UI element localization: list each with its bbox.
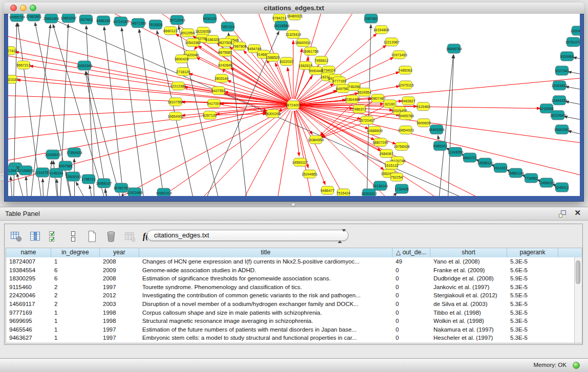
graph-node[interactable]: 12142757 (34, 168, 50, 177)
graph-node[interactable]: 9245012 (555, 183, 569, 192)
graph-node[interactable]: 9385243 (433, 141, 447, 150)
graph-node[interactable]: 20206576 (45, 150, 60, 159)
graph-edge[interactable] (564, 116, 580, 124)
graph-node[interactable]: 8322037 (279, 57, 293, 65)
column-header[interactable]: in_degree (51, 248, 100, 257)
graph-node[interactable]: 15751074 (565, 37, 580, 47)
delete-column-icon[interactable] (104, 229, 118, 244)
close-panel-icon[interactable]: ✕ (574, 208, 581, 217)
graph-node[interactable]: 1615132 (384, 161, 398, 169)
graph-node[interactable]: 2684067 (379, 149, 393, 158)
table-row[interactable]: 911546021997Tourette syndrome. Phenomeno… (6, 283, 574, 292)
table-row[interactable]: 1872400712008Changes of HCN gene express… (6, 257, 574, 266)
graph-node[interactable]: 10543362 (185, 38, 201, 47)
graph-node[interactable]: 10973493 (391, 51, 407, 59)
graph-node[interactable]: 19384554 (308, 136, 323, 144)
graph-node[interactable]: 8663721 (463, 153, 476, 162)
graph-node[interactable]: 18300295 (265, 110, 280, 118)
column-header[interactable]: short (430, 248, 507, 257)
graph-node[interactable]: 15244851 (301, 170, 317, 178)
graph-edge[interactable] (565, 86, 580, 93)
graph-node[interactable]: 16882134 (508, 168, 524, 178)
table-row[interactable]: 946362711997Embryonic stem cells: a mode… (6, 334, 574, 342)
graph-node[interactable]: 13204550 (570, 26, 580, 35)
graph-node[interactable]: 6466160 (96, 16, 110, 25)
column-header[interactable]: title (139, 248, 393, 257)
graph-edge[interactable] (568, 131, 580, 139)
graph-node[interactable]: 11325419 (286, 30, 301, 38)
network-canvas[interactable]: 1872400786601238912954182260589827509105… (8, 14, 580, 196)
graph-node[interactable]: 12923468 (126, 188, 142, 196)
graph-node[interactable]: 12444154 (551, 96, 567, 105)
table-row[interactable]: 1938455462009Genome-wide association stu… (6, 266, 574, 275)
graph-node[interactable]: 12456033 (538, 178, 554, 187)
graph-node[interactable]: 12975115 (398, 81, 414, 89)
table-row[interactable]: 1456911722003Disruption of a novel membe… (6, 300, 574, 309)
graph-node[interactable]: 1588520 (266, 53, 279, 61)
graph-node[interactable]: 19495768 (398, 112, 413, 120)
table-scrollbar-thumb[interactable] (576, 260, 580, 284)
panel-resize-handle[interactable] (291, 203, 296, 207)
graph-edge[interactable] (366, 25, 371, 196)
graph-node[interactable]: 8267130 (203, 111, 216, 119)
column-header[interactable]: △ out_de... (393, 248, 430, 257)
graph-edge[interactable] (223, 71, 224, 73)
graph-node[interactable]: 10688609 (366, 126, 382, 135)
graph-node[interactable]: 12213383 (170, 82, 186, 90)
graph-node[interactable]: 2803144 (214, 74, 228, 82)
graph-edge[interactable] (182, 110, 289, 196)
window-titlebar[interactable]: citations_edges.txt (4, 3, 584, 14)
graph-node[interactable]: 9875685 (218, 48, 232, 56)
graph-edge[interactable] (90, 185, 95, 196)
graph-edge[interactable] (438, 136, 439, 140)
graph-node[interactable]: 16403354 (428, 125, 444, 134)
graph-node[interactable]: 16958107 (96, 179, 112, 188)
graph-node[interactable]: 7515424 (336, 189, 350, 196)
graph-node[interactable]: 14569117 (292, 158, 308, 166)
minimize-window-button[interactable] (20, 5, 27, 11)
graph-node[interactable]: 2718126 (176, 68, 190, 76)
column-header[interactable]: pagerank (507, 248, 558, 257)
graph-edge[interactable] (8, 106, 287, 190)
graph-node[interactable]: 16961758 (302, 47, 318, 55)
table-selector-dropdown[interactable]: citations_edges.txt (147, 230, 349, 241)
graph-node[interactable]: 7955812 (314, 56, 328, 64)
table-row[interactable]: 969969511998Structural magnetic resonanc… (6, 317, 574, 325)
graph-node[interactable]: 20364486 (344, 95, 360, 103)
graph-node[interactable]: 9329966 (560, 52, 574, 61)
graph-node[interactable]: 8427552 (211, 86, 225, 95)
graph-node[interactable]: 20053346 (76, 61, 92, 70)
graph-edge[interactable] (17, 80, 287, 104)
graph-node[interactable]: 9990448 (309, 67, 322, 75)
graph-edge[interactable] (57, 179, 59, 196)
graph-node[interactable]: 17359928 (66, 148, 82, 157)
graph-edge[interactable] (139, 29, 167, 196)
graph-edge[interactable] (26, 177, 29, 196)
graph-edge[interactable] (299, 107, 520, 196)
graph-edge[interactable] (573, 57, 580, 62)
graph-node[interactable]: 16093412 (361, 189, 377, 196)
table-mode-icon[interactable] (10, 229, 23, 244)
graph-node[interactable]: 9567213 (16, 61, 30, 69)
graph-node[interactable]: 18807249 (372, 138, 388, 146)
graph-node[interactable]: 13327412 (8, 47, 17, 55)
column-header[interactable]: name (6, 248, 51, 257)
graph-node[interactable]: 9934120 (203, 14, 216, 23)
graph-node[interactable]: 2087662 (364, 14, 378, 23)
graph-node[interactable]: 18107554 (167, 98, 183, 106)
select-columns-icon[interactable] (48, 229, 61, 244)
network-graph[interactable]: 1872400786601238912954182260589827509105… (8, 14, 580, 196)
graph-node[interactable]: 12962801 (26, 14, 41, 21)
graph-node[interactable]: 9417004 (207, 99, 221, 107)
graph-node[interactable]: 1733426 (395, 184, 408, 193)
graph-node[interactable]: 16712043 (169, 15, 185, 25)
graph-node[interactable]: 18640910 (295, 38, 311, 47)
graph-node[interactable]: 19654923 (398, 126, 413, 134)
graph-node[interactable]: 7957224 (221, 22, 234, 31)
graph-node[interactable]: 7485063 (398, 66, 412, 74)
graph-node[interactable]: 8660123 (163, 27, 177, 35)
table-row[interactable]: 977716911998Corpus callosum shape and si… (6, 309, 574, 317)
graph-edge[interactable] (30, 66, 287, 104)
table-row[interactable]: 2242004622012Investigating the contribut… (6, 291, 574, 300)
graph-node[interactable]: 18724007 (285, 101, 301, 109)
